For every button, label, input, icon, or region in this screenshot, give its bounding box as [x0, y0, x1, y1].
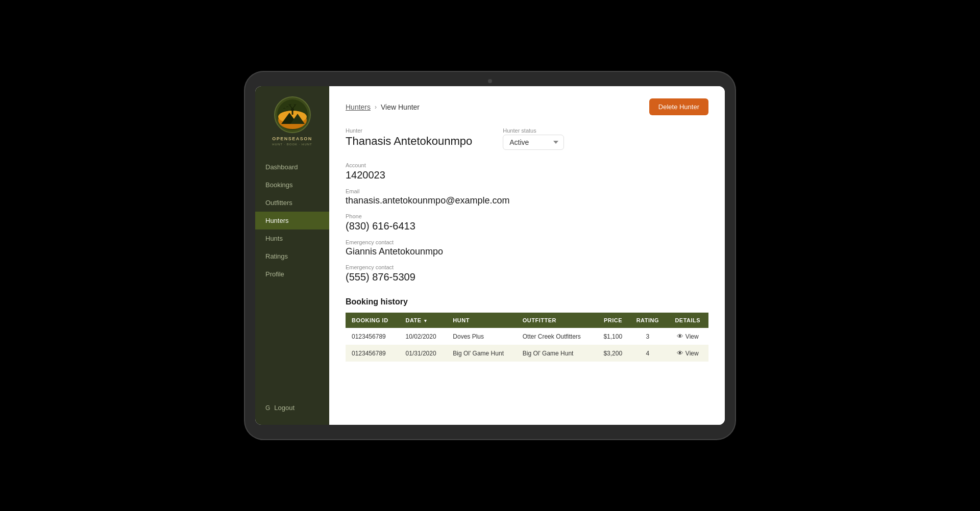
sidebar-item-hunters[interactable]: Hunters: [255, 212, 329, 229]
sidebar-item-hunts[interactable]: Hunts: [255, 229, 329, 247]
sidebar: OPENSEASON HUNT · BOOK · HUNT Dashboard …: [255, 86, 329, 425]
sidebar-item-outfitters[interactable]: Outfitters: [255, 194, 329, 212]
status-field-label: Hunter status: [503, 127, 564, 134]
sidebar-item-ratings[interactable]: Ratings: [255, 247, 329, 265]
phone-value: (830) 616-6413: [346, 220, 708, 232]
booking-table: BOOKING ID DATE ▾ HUNT OUTFITTER PRICE R…: [346, 313, 708, 362]
cell-booking-id: 0123456789: [346, 345, 400, 362]
cell-price: $3,200: [594, 345, 628, 362]
google-icon: G: [265, 404, 270, 412]
logout-label: Logout: [274, 404, 295, 412]
emergency-name-field-label: Emergency contact: [346, 239, 708, 245]
account-value: 1420023: [346, 169, 708, 181]
tablet-frame: OPENSEASON HUNT · BOOK · HUNT Dashboard …: [245, 72, 735, 439]
hunter-status-row: Hunter Thanasis Antetokounmpo Hunter sta…: [346, 127, 708, 155]
col-header-hunt: HUNT: [447, 313, 516, 328]
sidebar-label-ratings: Ratings: [265, 252, 288, 260]
emergency-phone-field-label: Emergency contact: [346, 264, 708, 270]
cell-price: $1,100: [594, 328, 628, 345]
phone-field-label: Phone: [346, 213, 708, 219]
logo-circle: [274, 96, 311, 133]
table-header-row: BOOKING ID DATE ▾ HUNT OUTFITTER PRICE R…: [346, 313, 708, 328]
sidebar-label-bookings: Bookings: [265, 181, 292, 189]
col-header-details: DETAILS: [667, 313, 708, 328]
hunter-name-field: Hunter Thanasis Antetokounmpo: [346, 127, 472, 155]
chevron-icon: ›: [375, 104, 377, 111]
nav-menu: Dashboard Bookings Outfitters Hunters Hu…: [255, 154, 329, 399]
view-link[interactable]: 👁 View: [673, 333, 702, 340]
emergency-contact-name-value: Giannis Antetokounmpo: [346, 246, 708, 257]
logo-area: OPENSEASON HUNT · BOOK · HUNT: [255, 86, 329, 154]
main-content: Hunters › View Hunter Delete Hunter Hunt…: [329, 86, 725, 425]
sidebar-item-bookings[interactable]: Bookings: [255, 176, 329, 194]
breadcrumb-parent[interactable]: Hunters: [346, 103, 371, 111]
info-section: Account 1420023 Email thanasis.antetokou…: [346, 162, 708, 283]
cell-date: 10/02/2020: [400, 328, 447, 345]
sidebar-label-hunts: Hunts: [265, 235, 283, 242]
cell-rating: 3: [628, 328, 667, 345]
table-row: 0123456789 10/02/2020 Doves Plus Otter C…: [346, 328, 708, 345]
eye-icon: 👁: [677, 333, 683, 340]
sidebar-label-profile: Profile: [265, 270, 284, 278]
page-header: Hunters › View Hunter Delete Hunter: [346, 98, 708, 115]
email-value: thanasis.antetokounmpo@example.com: [346, 195, 708, 206]
cell-details[interactable]: 👁 View: [667, 328, 708, 345]
sidebar-label-outfitters: Outfitters: [265, 199, 292, 207]
col-header-outfitter: OUTFITTER: [517, 313, 594, 328]
sidebar-item-dashboard[interactable]: Dashboard: [255, 158, 329, 176]
cell-hunt: Big Ol' Game Hunt: [447, 345, 516, 362]
status-select[interactable]: Active Inactive Suspended: [503, 135, 564, 150]
col-header-date[interactable]: DATE ▾: [400, 313, 447, 328]
col-header-booking-id: BOOKING ID: [346, 313, 400, 328]
delete-hunter-button[interactable]: Delete Hunter: [649, 98, 708, 115]
booking-section: Booking history BOOKING ID DATE ▾ HUNT O…: [346, 297, 708, 362]
app-name: OPENSEASON: [272, 136, 312, 142]
col-header-price: PRICE: [594, 313, 628, 328]
emergency-contact-phone-value: (555) 876-5309: [346, 271, 708, 283]
hunter-status-field: Hunter status Active Inactive Suspended: [503, 127, 564, 150]
account-field-label: Account: [346, 162, 708, 168]
col-header-rating: RATING: [628, 313, 667, 328]
cell-outfitter: Otter Creek Outfitters: [517, 328, 594, 345]
breadcrumb-current: View Hunter: [381, 103, 420, 111]
hunter-name-value: Thanasis Antetokounmpo: [346, 135, 472, 148]
tablet-screen: OPENSEASON HUNT · BOOK · HUNT Dashboard …: [255, 86, 725, 425]
hunter-field-label: Hunter: [346, 127, 472, 134]
eye-icon: 👁: [677, 349, 683, 357]
email-field-label: Email: [346, 188, 708, 194]
cell-date: 01/31/2020: [400, 345, 447, 362]
view-link[interactable]: 👁 View: [673, 349, 702, 357]
camera: [488, 79, 492, 83]
breadcrumb: Hunters › View Hunter: [346, 103, 420, 111]
cell-booking-id: 0123456789: [346, 328, 400, 345]
logout-button[interactable]: G Logout: [255, 399, 329, 417]
sidebar-item-profile[interactable]: Profile: [255, 265, 329, 283]
view-label: View: [685, 333, 699, 340]
cell-outfitter: Big Ol' Game Hunt: [517, 345, 594, 362]
sidebar-label-dashboard: Dashboard: [265, 163, 298, 171]
table-row: 0123456789 01/31/2020 Big Ol' Game Hunt …: [346, 345, 708, 362]
view-label: View: [685, 350, 699, 357]
cell-hunt: Doves Plus: [447, 328, 516, 345]
app-tagline: HUNT · BOOK · HUNT: [272, 143, 312, 146]
svg-rect-6: [291, 111, 293, 115]
sidebar-label-hunters: Hunters: [265, 217, 289, 224]
cell-details[interactable]: 👁 View: [667, 345, 708, 362]
cell-rating: 4: [628, 345, 667, 362]
booking-section-title: Booking history: [346, 297, 708, 306]
